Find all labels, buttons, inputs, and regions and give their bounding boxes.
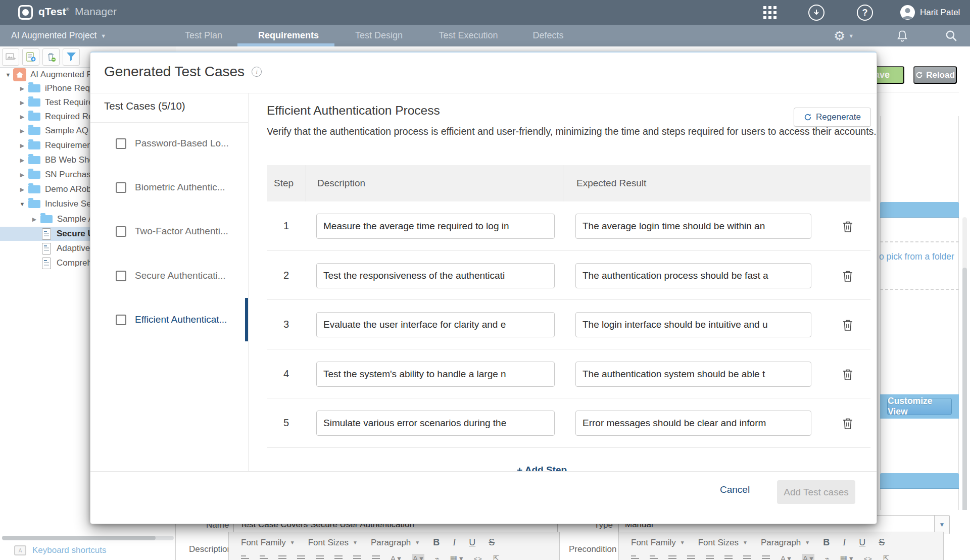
notifications-bell-icon[interactable] — [896, 25, 909, 46]
horizontal-scrollbar[interactable] — [2, 536, 174, 540]
test-case-item[interactable]: Secure Authenticati... — [116, 269, 242, 283]
fullscreen-icon[interactable]: ⇱ — [493, 554, 500, 560]
caret-right-icon[interactable]: ▶ — [18, 99, 26, 106]
numbered-list-icon[interactable] — [650, 555, 658, 560]
caret-right-icon[interactable]: ▶ — [30, 216, 38, 223]
checkbox[interactable] — [116, 226, 126, 237]
chevron-down-icon[interactable]: ▼ — [934, 516, 949, 534]
font-family-dropdown[interactable]: Font Family▼ — [631, 538, 685, 548]
keyboard-shortcuts-link[interactable]: A Keyboard shortcuts — [14, 545, 106, 555]
test-case-item[interactable]: Two-Factor Authenti... — [116, 224, 242, 238]
highlight-color-button[interactable]: A ▾ — [802, 554, 814, 560]
table-icon[interactable]: ▦ ▾ — [450, 554, 463, 560]
download-icon[interactable] — [808, 5, 825, 21]
align-left-icon[interactable] — [316, 555, 324, 560]
font-sizes-dropdown[interactable]: Font Sizes▼ — [698, 538, 748, 548]
reload-button[interactable]: Reload — [913, 66, 957, 84]
font-family-dropdown[interactable]: Font Family▼ — [241, 538, 295, 548]
delete-step-icon[interactable] — [842, 368, 854, 381]
delete-step-icon[interactable] — [842, 319, 854, 332]
cancel-button[interactable]: Cancel — [720, 484, 750, 495]
font-sizes-dropdown[interactable]: Font Sizes▼ — [308, 538, 358, 548]
caret-down-icon[interactable]: ▼ — [4, 72, 12, 78]
scrollbar-thumb[interactable] — [2, 536, 156, 540]
test-case-item-selected[interactable]: Efficient Authenticat... — [116, 313, 242, 327]
filter-funnel-icon[interactable] — [63, 48, 80, 66]
indent-icon[interactable] — [668, 555, 676, 560]
delete-step-icon[interactable] — [842, 220, 854, 233]
align-center-icon[interactable] — [334, 555, 343, 560]
step-expected-input[interactable] — [575, 263, 811, 288]
step-expected-input[interactable] — [575, 214, 811, 239]
settings-gear-icon[interactable]: ⚙ ▼ — [834, 25, 854, 46]
step-description-input[interactable] — [316, 312, 555, 337]
checkbox[interactable] — [116, 138, 126, 149]
caret-right-icon[interactable]: ▶ — [18, 172, 26, 178]
link-icon[interactable]: ⌁ — [825, 554, 830, 560]
align-right-icon[interactable] — [743, 555, 751, 560]
test-case-item[interactable]: Password-Based Lo... — [116, 136, 242, 150]
help-icon[interactable]: ? — [857, 5, 873, 21]
checkbox[interactable] — [116, 182, 126, 193]
tab-test-execution[interactable]: Test Execution — [439, 25, 498, 46]
project-selector[interactable]: AI Augmented Project▼ — [11, 25, 106, 46]
italic-button[interactable]: I — [843, 537, 846, 548]
align-justify-icon[interactable] — [372, 555, 380, 560]
search-icon[interactable] — [945, 25, 958, 46]
align-center-icon[interactable] — [724, 555, 733, 560]
caret-down-icon[interactable]: ▼ — [18, 201, 26, 207]
align-left-icon[interactable] — [706, 555, 714, 560]
checkbox[interactable] — [116, 271, 126, 281]
text-color-button[interactable]: A ▾ — [781, 554, 791, 560]
info-icon[interactable]: i — [252, 67, 262, 77]
caret-right-icon[interactable]: ▶ — [18, 186, 26, 193]
avatar[interactable] — [900, 5, 915, 20]
add-test-cases-button[interactable]: Add Test cases — [777, 480, 855, 504]
numbered-list-icon[interactable] — [260, 555, 268, 560]
caret-right-icon[interactable]: ▶ — [18, 142, 26, 149]
outdent-icon[interactable] — [297, 555, 305, 560]
bold-button[interactable]: B — [823, 537, 830, 548]
step-description-input[interactable] — [316, 214, 555, 239]
trash-icon[interactable] — [42, 48, 60, 66]
caret-right-icon[interactable]: ▶ — [18, 85, 26, 92]
test-case-item[interactable]: Biometric Authentic... — [116, 180, 242, 194]
customize-view-button[interactable]: Customize View — [887, 398, 952, 415]
align-justify-icon[interactable] — [762, 555, 770, 560]
text-color-button[interactable]: A ▾ — [391, 554, 401, 560]
checkbox[interactable] — [116, 315, 126, 325]
add-image-icon[interactable] — [2, 48, 19, 66]
align-right-icon[interactable] — [353, 555, 361, 560]
paragraph-dropdown[interactable]: Paragraph▼ — [761, 538, 810, 548]
strikethrough-button[interactable]: S — [879, 537, 885, 548]
step-expected-input[interactable] — [575, 362, 811, 387]
bullet-list-icon[interactable] — [631, 555, 639, 560]
step-description-input[interactable] — [316, 263, 555, 288]
highlight-color-button[interactable]: A ▾ — [412, 554, 424, 560]
italic-button[interactable]: I — [453, 537, 456, 548]
paragraph-dropdown[interactable]: Paragraph▼ — [371, 538, 420, 548]
user-name[interactable]: Harit Patel — [920, 8, 960, 18]
tab-defects[interactable]: Defects — [532, 25, 563, 46]
step-description-input[interactable] — [316, 362, 555, 387]
add-requirement-icon[interactable] — [22, 48, 39, 66]
table-icon[interactable]: ▦ ▾ — [840, 554, 853, 560]
strikethrough-button[interactable]: S — [489, 537, 495, 548]
indent-icon[interactable] — [278, 555, 286, 560]
link-icon[interactable]: ⌁ — [435, 554, 440, 560]
step-expected-input[interactable] — [575, 312, 811, 337]
tab-test-design[interactable]: Test Design — [355, 25, 403, 46]
caret-right-icon[interactable]: ▶ — [18, 114, 26, 120]
outdent-icon[interactable] — [687, 555, 695, 560]
underline-button[interactable]: U — [859, 537, 865, 548]
caret-right-icon[interactable]: ▶ — [18, 157, 26, 164]
fullscreen-icon[interactable]: ⇱ — [883, 554, 890, 560]
vertical-scrollbar[interactable] — [962, 217, 967, 556]
code-view-button[interactable]: <> — [474, 555, 482, 560]
app-grid-icon[interactable] — [762, 5, 778, 21]
bold-button[interactable]: B — [433, 537, 440, 548]
bullet-list-icon[interactable] — [241, 555, 249, 560]
add-step-link[interactable]: + Add Step — [517, 465, 567, 471]
pick-from-folder-link[interactable]: o pick from a folder — [879, 251, 954, 262]
delete-step-icon[interactable] — [842, 270, 854, 283]
